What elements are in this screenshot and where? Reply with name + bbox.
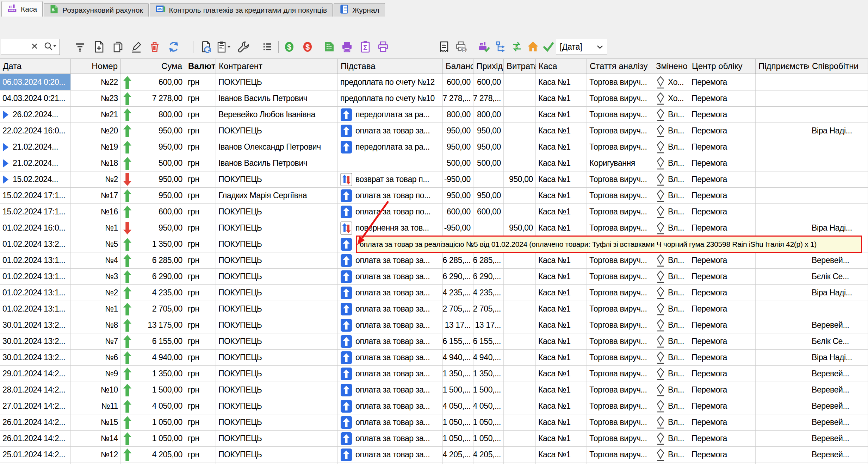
cell-enterprise[interactable] [756, 285, 809, 301]
cell-cash[interactable]: Каса №1 [536, 171, 587, 187]
cell-cash[interactable]: Каса №1 [536, 366, 587, 382]
cell-basis[interactable]: оплата за товар за... [338, 431, 443, 446]
cell-employee[interactable] [809, 171, 868, 187]
cell-article[interactable]: Торгова вируч... [587, 90, 653, 106]
cell-date[interactable]: 26.01.2024 14:2... [0, 414, 71, 430]
cell-article[interactable]: Торгова вируч... [587, 414, 653, 430]
cell-center[interactable]: Перемога [689, 333, 756, 349]
cell-currency[interactable]: грн [185, 74, 216, 90]
cell-article[interactable]: Торгова вируч... [587, 447, 653, 463]
cell-expense[interactable] [504, 366, 536, 382]
column-header-amount[interactable]: Сума [121, 59, 185, 74]
cell-center[interactable]: Перемога [689, 74, 756, 90]
wrench-icon[interactable] [235, 39, 252, 55]
cell-date[interactable]: 27.01.2024 14:2... [0, 398, 71, 414]
cell-expense[interactable] [504, 188, 536, 203]
cell-expense[interactable] [504, 414, 536, 430]
cell-cash[interactable]: Каса №1 [536, 139, 587, 155]
cell-basis[interactable]: оплата за товар за... [338, 382, 443, 398]
cell-number[interactable]: №21 [71, 107, 121, 123]
cell-number[interactable]: №8 [71, 317, 121, 333]
table-row[interactable]: 27.01.2024 14:2...№114 050,00грнПОКУПЕЦЬ… [0, 398, 868, 414]
cell-income[interactable]: 13 17... [473, 317, 504, 333]
cell-employee[interactable] [809, 107, 868, 123]
cell-amount[interactable]: 6 290,00 [121, 269, 185, 284]
cell-currency[interactable]: грн [185, 285, 216, 301]
cell-counterparty[interactable]: ПОКУПЕЦЬ [216, 252, 338, 268]
cell-expense[interactable]: 950,00 [504, 220, 536, 236]
cell-currency[interactable]: грн [185, 269, 216, 284]
cell-amount[interactable]: 500,00 [121, 155, 185, 171]
cell-date[interactable]: 01.02.2024 13:2... [0, 236, 71, 252]
cell-currency[interactable]: грн [185, 398, 216, 414]
table-row[interactable]: 22.02.2024 16:0...№20950,00грнПОКУПЕЦЬоп… [0, 123, 868, 139]
table-row[interactable]: 15.02.2024...№2950,00грнПОКУПЕЦЬвозврат … [0, 171, 868, 188]
cell-expense[interactable] [504, 155, 536, 171]
cell-currency[interactable]: грн [185, 333, 216, 349]
table-row[interactable]: 01.02.2024 16:0...№1950,00грнПОКУПЕЦЬпов… [0, 220, 868, 236]
cell-article[interactable]: Торгова вируч... [587, 74, 653, 90]
cell-amount[interactable]: 13 175,00 [121, 317, 185, 333]
edit-icon[interactable] [128, 39, 144, 55]
cell-balance[interactable]: 500,00 [443, 155, 473, 171]
column-header-counterparty[interactable]: Контрагент [216, 59, 338, 74]
copy-icon[interactable] [110, 39, 126, 55]
cell-center[interactable]: Перемога [689, 366, 756, 382]
cell-currency[interactable]: грн [185, 301, 216, 317]
cell-balance[interactable]: 4 235,... [443, 285, 473, 301]
cell-number[interactable]: №9 [71, 366, 121, 382]
column-header-center[interactable]: Центр обліку [689, 59, 756, 74]
tab-credit-control[interactable]: 100 Контроль платежів за кредитами для п… [150, 3, 333, 17]
cell-cash[interactable]: Каса №1 [536, 188, 587, 203]
cell-enterprise[interactable] [756, 366, 809, 382]
cell-article[interactable]: Торгова вируч... [587, 188, 653, 203]
cell-cash[interactable]: Каса №1 [536, 74, 587, 90]
cell-amount[interactable]: 800,00 [121, 107, 185, 123]
cell-cash[interactable]: Каса №1 [536, 398, 587, 414]
delete-icon[interactable] [147, 39, 163, 55]
table-row[interactable]: 15.02.2024 17:1...№16600,00грнПОКУПЕЦЬоп… [0, 204, 868, 220]
table-row[interactable]: 30.01.2024 13:2...№76 155,00грнПОКУПЕЦЬо… [0, 333, 868, 350]
cell-amount[interactable]: 1 500,00 [121, 382, 185, 398]
cell-expense[interactable] [504, 252, 536, 268]
table-row[interactable]: 26.01.2024 14:2...№151 050,00грнПОКУПЕЦЬ… [0, 414, 868, 431]
cell-currency[interactable]: грн [185, 350, 216, 365]
cell-employee[interactable]: Веревей... [809, 366, 868, 382]
cell-enterprise[interactable] [756, 414, 809, 430]
cell-article[interactable]: Торгова вируч... [587, 269, 653, 284]
cell-balance[interactable]: 13 17... [443, 317, 473, 333]
cell-basis[interactable]: предоплата по счету №12 [338, 74, 443, 90]
cell-cash[interactable]: Каса №1 [536, 123, 587, 139]
cell-center[interactable]: Перемога [689, 301, 756, 317]
cell-cash[interactable]: Каса №1 [536, 350, 587, 365]
cell-employee[interactable] [809, 204, 868, 220]
cell-changed[interactable]: Вл... [653, 447, 689, 463]
cell-currency[interactable]: грн [185, 204, 216, 220]
cell-number[interactable]: №22 [71, 74, 121, 90]
cell-changed[interactable]: Вл... [653, 414, 689, 430]
column-header-enterprise[interactable]: Підприємство [756, 59, 809, 74]
cell-date[interactable]: 26.02.2024... [0, 107, 71, 123]
cell-number[interactable]: №1 [71, 220, 121, 236]
cell-enterprise[interactable] [756, 317, 809, 333]
cell-date[interactable]: 28.01.2024 14:2... [0, 382, 71, 398]
cell-enterprise[interactable] [756, 398, 809, 414]
cell-employee[interactable] [809, 74, 868, 90]
tab-account[interactable]: Розрахунковий рахунок [44, 3, 149, 17]
table-row[interactable]: 26.02.2024...№21800,00грнВеревейко Любов… [0, 107, 868, 123]
cell-number[interactable]: №6 [71, 350, 121, 365]
cell-changed[interactable]: Хо... [653, 74, 689, 90]
cell-expense[interactable] [504, 123, 536, 139]
cell-cash[interactable]: Каса №1 [536, 155, 587, 171]
cell-employee[interactable]: Віра Наді... [809, 123, 868, 139]
print-icon[interactable] [339, 39, 355, 55]
cell-center[interactable]: Перемога [689, 350, 756, 365]
cell-balance[interactable]: 600,00 [443, 204, 473, 220]
cell-article[interactable]: Торгова вируч... [587, 301, 653, 317]
cash-expense-icon[interactable]: $ [299, 39, 316, 55]
cell-date[interactable]: 04.03.2024 0:21... [0, 90, 71, 106]
cell-date[interactable]: 01.02.2024 16:0... [0, 220, 71, 236]
cell-changed[interactable]: Вл... [653, 350, 689, 365]
cell-number[interactable]: №18 [71, 155, 121, 171]
cell-number[interactable]: №17 [71, 188, 121, 203]
